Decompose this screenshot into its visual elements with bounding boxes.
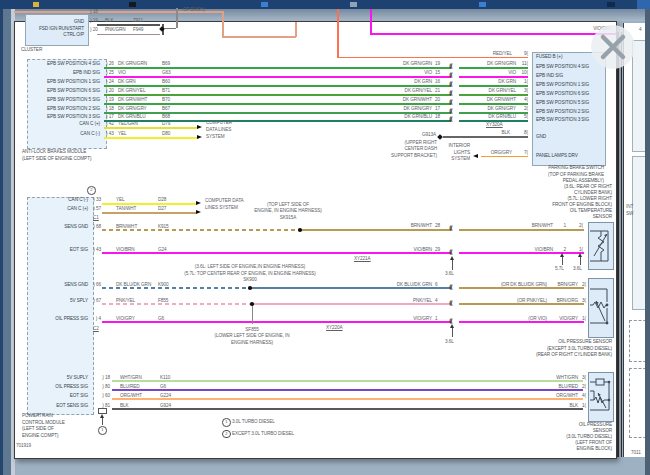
toolbar-icon[interactable] bbox=[33, 2, 39, 7]
wire-color-label: DK GRN/WHT bbox=[118, 97, 147, 102]
pin-number: 16 bbox=[435, 79, 440, 84]
sensor-caption: OIL PRESSURE bbox=[579, 422, 612, 427]
module-caption: ENGINE COMPT) bbox=[22, 433, 58, 438]
wire-color-label: VIO/BRN bbox=[534, 247, 553, 252]
note-1-marker: 1 bbox=[222, 418, 231, 427]
app-window: 4 INT SW 7011 OF DASH) GND FSD IGN RUN/S… bbox=[0, 0, 650, 475]
toolbar-icon[interactable] bbox=[637, 0, 650, 9]
toolbar-icon[interactable] bbox=[350, 2, 357, 7]
pin-number: 43 bbox=[106, 131, 114, 136]
pin-number: 19 bbox=[106, 97, 114, 102]
module-label: EPB SW POSITION 3 SIG bbox=[536, 117, 589, 122]
pin-number: 19 bbox=[435, 61, 440, 66]
location-note: SUPPORT BRACKET) bbox=[391, 153, 437, 158]
adjacent-page-tab[interactable]: 4 bbox=[639, 27, 642, 32]
module-label: EPB SW POSITION 2 SIG bbox=[536, 109, 589, 114]
sensor-caption: (3.6L: REAR OF RIGHT bbox=[564, 184, 612, 189]
wire bbox=[104, 85, 451, 87]
module-label: EPB IND SIG bbox=[536, 73, 563, 78]
module-caption: CONTROL MODULE bbox=[22, 420, 65, 425]
system-note: INTERIOR bbox=[448, 143, 470, 148]
module-label: EOT SIG bbox=[70, 247, 88, 252]
adjacent-page-fragment: INT bbox=[626, 204, 633, 209]
toolbar-icon[interactable] bbox=[129, 2, 136, 7]
wire-color-label: BLK bbox=[501, 130, 510, 135]
wire-color-label: DK GRN/GRN bbox=[118, 61, 147, 66]
toolbar-icon[interactable] bbox=[479, 2, 486, 7]
pin-number: 9 bbox=[524, 51, 528, 56]
wire-color-label: DK GRN/YEL bbox=[405, 88, 432, 93]
wire bbox=[337, 57, 528, 59]
wire bbox=[370, 33, 616, 35]
wire-color-label: YEL bbox=[118, 131, 127, 136]
pin-number: 4 bbox=[435, 298, 438, 303]
splice-dot-icon bbox=[298, 228, 302, 232]
variant-leader-line bbox=[102, 418, 103, 425]
close-button[interactable] bbox=[591, 25, 635, 69]
pin-number: 33 bbox=[93, 197, 101, 202]
inline-connector-icon bbox=[449, 108, 451, 114]
wire bbox=[102, 212, 196, 214]
wire-color-label: PNK/YEL bbox=[413, 298, 432, 303]
module-caption: (LEFT SIDE OF ENGINE COMPT) bbox=[22, 156, 91, 161]
wire bbox=[459, 94, 528, 96]
wire bbox=[104, 137, 197, 139]
connector-label: C1 bbox=[93, 215, 99, 220]
pin-number: 20 bbox=[90, 27, 98, 32]
circuit-number: Z911 bbox=[133, 18, 143, 23]
pin-number: 2 bbox=[563, 247, 566, 252]
module-label: EPB SW POSITION 2 SIG bbox=[47, 106, 100, 111]
splice-label: SK915A bbox=[228, 215, 348, 220]
wire bbox=[102, 321, 451, 323]
inline-connector-icon bbox=[449, 99, 451, 105]
cutoff-box-border bbox=[222, 36, 296, 38]
variant-leader-line bbox=[562, 257, 563, 265]
pin-number: 42 bbox=[106, 121, 114, 126]
right-strip[interactable] bbox=[645, 9, 650, 475]
alt-wire-color-label: (OR PNK/YEL) bbox=[517, 298, 547, 303]
note-2-marker: 2 bbox=[87, 186, 96, 195]
wire-color-label: DK GRN bbox=[498, 79, 516, 84]
wire bbox=[104, 103, 451, 105]
wire-color-label: WHT/GRN bbox=[556, 375, 578, 380]
wire bbox=[112, 398, 583, 400]
pin-number: 1 bbox=[582, 316, 586, 321]
pin-number: 1 bbox=[582, 403, 586, 408]
sensor-caption: CYLINDER BANK) bbox=[574, 190, 612, 195]
sensor-caption: OIL PRESSURE SENSOR bbox=[558, 339, 612, 344]
wire bbox=[102, 303, 252, 305]
splice-dot-icon bbox=[248, 286, 252, 290]
module-label: EOT SIG bbox=[70, 393, 88, 398]
next-page-edge-line bbox=[621, 32, 623, 457]
toolbar-icon[interactable] bbox=[261, 2, 268, 7]
oil-temp-sensor-box bbox=[588, 222, 614, 270]
wire bbox=[459, 67, 528, 69]
wire bbox=[104, 67, 451, 69]
splice-label: SF855 bbox=[192, 327, 312, 332]
wire-color-label: DK GRN/WHT bbox=[403, 97, 432, 102]
pin-number: 67 bbox=[93, 298, 101, 303]
module-label: EPB SW POSITION 5 SIG bbox=[47, 97, 100, 102]
system-note: DATA LINES bbox=[206, 127, 231, 132]
wire-color-label: ORG/WHT bbox=[556, 393, 578, 398]
inline-connector-icon bbox=[449, 300, 451, 306]
splice-location: (3.6L: LEFT SIDE OF ENGINE,IN ENGINE HAR… bbox=[120, 264, 380, 269]
wire-color-label: BLK bbox=[105, 18, 114, 23]
connector-label: XY320A bbox=[486, 122, 503, 127]
inline-connector-icon bbox=[449, 284, 451, 290]
pin-number: 3 bbox=[524, 88, 528, 93]
pin-number: 68 bbox=[93, 224, 101, 229]
system-note: COMPUTER bbox=[206, 120, 232, 125]
module-label: EPB SW POSITION 6 SIG bbox=[536, 91, 589, 96]
module-label: CAN C (+) bbox=[79, 121, 100, 126]
module-label: EOT SENS SIG bbox=[56, 403, 88, 408]
adjacent-page-fragment: SW bbox=[626, 211, 633, 216]
wire bbox=[112, 380, 583, 382]
wire-color-label: VIO/BRN bbox=[413, 247, 432, 252]
note-2-marker: 2 bbox=[222, 430, 231, 439]
variant-leader-line bbox=[580, 257, 581, 265]
toolbar-icon[interactable] bbox=[607, 2, 615, 7]
pin-number: 28 bbox=[435, 223, 440, 228]
wire-color-label: VIO bbox=[118, 70, 126, 75]
wire bbox=[337, 9, 339, 58]
